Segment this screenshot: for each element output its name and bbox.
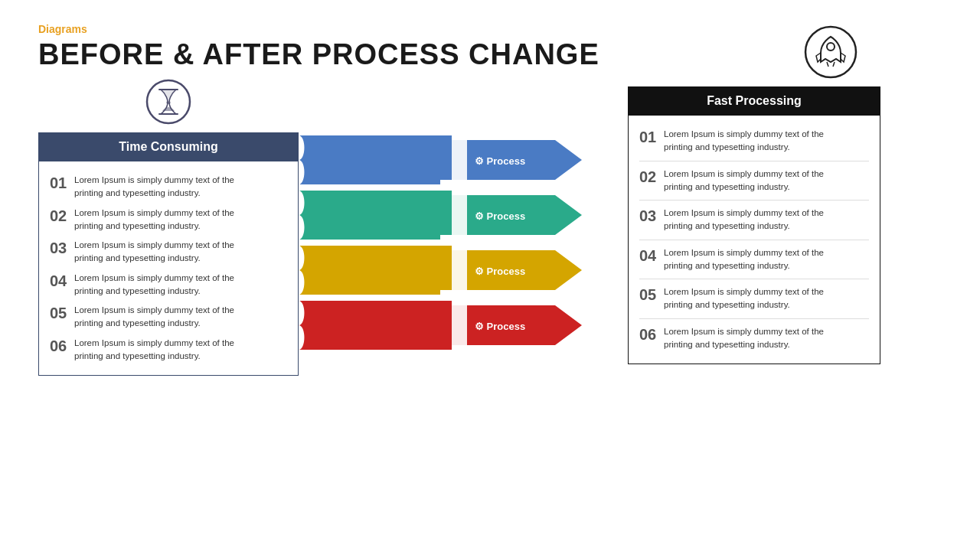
svg-rect-28: [452, 301, 467, 350]
svg-rect-15: [299, 246, 452, 295]
svg-marker-12: [555, 195, 582, 235]
left-list-item: 02 Lorem Ipsum is simply dummy text of t…: [50, 207, 287, 233]
left-list-item: 05 Lorem Ipsum is simply dummy text of t…: [50, 304, 287, 331]
item-number: 06: [50, 337, 74, 355]
left-body: 01 Lorem Ipsum is simply dummy text of t…: [38, 161, 299, 376]
svg-text:⚙ Process: ⚙ Process: [475, 155, 525, 167]
left-list-item: 06 Lorem Ipsum is simply dummy text of t…: [50, 337, 287, 364]
item-number: 05: [639, 285, 664, 304]
process-flow-svg: ⚙ Process ⚙ Process ⚙ Process: [299, 132, 620, 362]
svg-rect-3: [299, 135, 452, 184]
item-number: 05: [50, 304, 74, 322]
item-number: 03: [50, 239, 74, 257]
item-text: Lorem Ipsum is simply dummy text of thep…: [664, 207, 824, 233]
left-header: Time Consuming: [38, 132, 299, 161]
svg-point-2: [166, 101, 171, 104]
svg-marker-23: [555, 305, 582, 345]
svg-marker-6: [555, 140, 582, 180]
diagram-area: Time Consuming 01 Lorem Ipsum is simply …: [38, 86, 942, 376]
left-list-item: 03 Lorem Ipsum is simply dummy text of t…: [50, 239, 287, 266]
item-text: Lorem Ipsum is simply dummy text of thep…: [74, 207, 234, 233]
item-text: Lorem Ipsum is simply dummy text of thep…: [74, 304, 234, 331]
left-list-item: 04 Lorem Ipsum is simply dummy text of t…: [50, 272, 287, 298]
svg-rect-27: [452, 246, 467, 295]
right-list-item: 06 Lorem Ipsum is simply dummy text of t…: [639, 325, 869, 352]
svg-text:⚙ Process: ⚙ Process: [475, 321, 525, 332]
right-list-item: 01 Lorem Ipsum is simply dummy text of t…: [639, 128, 869, 155]
item-number: 02: [50, 207, 74, 225]
middle-visualization: ⚙ Process ⚙ Process ⚙ Process: [299, 132, 620, 353]
item-text: Lorem Ipsum is simply dummy text of thep…: [74, 272, 234, 298]
item-number: 01: [639, 128, 664, 146]
svg-rect-10: [299, 240, 452, 246]
hourglass-icon: [145, 79, 191, 125]
svg-rect-4: [299, 184, 452, 191]
svg-text:⚙ Process: ⚙ Process: [475, 210, 525, 222]
svg-rect-9: [299, 191, 452, 240]
item-number: 04: [639, 246, 664, 265]
right-header: Fast Processing: [628, 86, 880, 116]
item-text: Lorem Ipsum is simply dummy text of thep…: [664, 285, 824, 312]
item-text: Lorem Ipsum is simply dummy text of thep…: [74, 174, 234, 201]
svg-rect-21: [299, 301, 452, 350]
item-text: Lorem Ipsum is simply dummy text of thep…: [74, 239, 234, 266]
right-list-item: 02 Lorem Ipsum is simply dummy text of t…: [639, 168, 869, 194]
svg-marker-18: [555, 250, 582, 290]
svg-text:⚙ Process: ⚙ Process: [475, 266, 525, 277]
left-panel: Time Consuming 01 Lorem Ipsum is simply …: [38, 132, 299, 376]
item-number: 01: [50, 174, 74, 192]
item-text: Lorem Ipsum is simply dummy text of thep…: [74, 337, 234, 364]
right-list-item: 05 Lorem Ipsum is simply dummy text of t…: [639, 285, 869, 312]
rocket-icon: [804, 25, 858, 79]
svg-rect-16: [299, 295, 452, 301]
item-text: Lorem Ipsum is simply dummy text of thep…: [664, 246, 824, 273]
item-text: Lorem Ipsum is simply dummy text of thep…: [664, 128, 824, 155]
svg-point-29: [805, 27, 856, 77]
right-body: 01 Lorem Ipsum is simply dummy text of t…: [628, 116, 880, 364]
right-list-item: 04 Lorem Ipsum is simply dummy text of t…: [639, 246, 869, 273]
right-panel: Fast Processing 01 Lorem Ipsum is simply…: [628, 86, 880, 364]
right-list-item: 03 Lorem Ipsum is simply dummy text of t…: [639, 207, 869, 233]
left-list-item: 01 Lorem Ipsum is simply dummy text of t…: [50, 174, 287, 201]
slide: Diagrams BEFORE & AFTER PROCESS CHANGE T…: [0, 0, 980, 551]
item-number: 02: [639, 168, 664, 186]
item-text: Lorem Ipsum is simply dummy text of thep…: [664, 168, 824, 194]
svg-rect-25: [452, 135, 467, 184]
item-number: 06: [639, 325, 664, 344]
svg-rect-26: [452, 191, 467, 240]
item-text: Lorem Ipsum is simply dummy text of thep…: [664, 325, 824, 352]
item-number: 03: [639, 207, 664, 225]
item-number: 04: [50, 272, 74, 290]
